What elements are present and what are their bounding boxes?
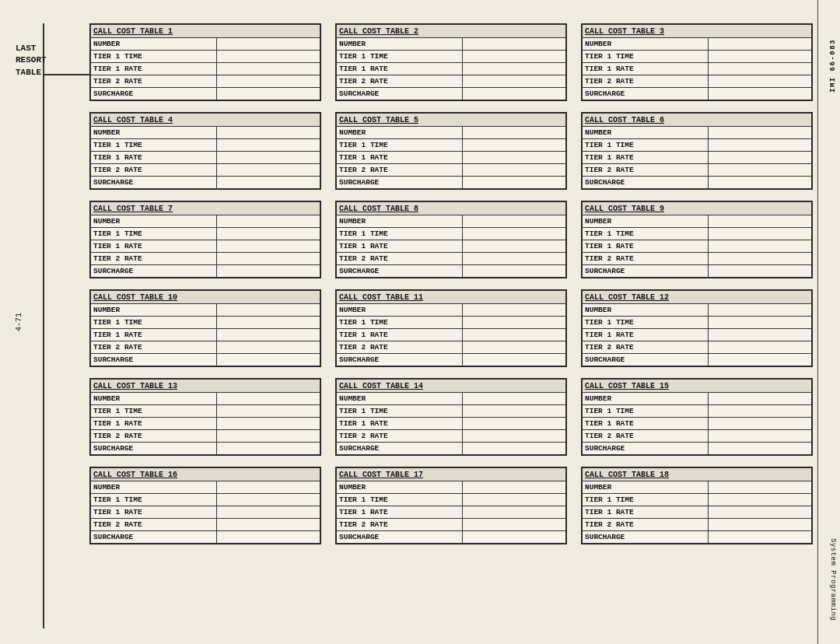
table-row-value xyxy=(709,88,812,100)
table-row-label: TIER 1 RATE xyxy=(583,329,709,341)
table-row-value xyxy=(217,228,320,240)
table-row-label: NUMBER xyxy=(91,215,217,228)
table-row-label: SURCHARGE xyxy=(337,531,463,544)
table-row-label: TIER 1 RATE xyxy=(91,506,217,519)
table-row-value xyxy=(217,354,320,366)
table-row: TIER 1 TIME xyxy=(337,139,566,152)
table-row-value xyxy=(463,494,566,506)
table-row-value xyxy=(217,519,320,531)
table-row-label: TIER 1 RATE xyxy=(91,63,217,75)
table-row: TIER 2 RATE xyxy=(583,164,812,177)
table-row: TIER 2 RATE xyxy=(583,519,812,531)
table-row-label: NUMBER xyxy=(91,304,217,317)
table-row-value xyxy=(217,240,320,253)
table-row-value xyxy=(709,418,812,430)
table-row: TIER 1 TIME xyxy=(91,494,320,506)
table-row-label: NUMBER xyxy=(583,393,709,405)
table-title-10: CALL COST TABLE 10 xyxy=(91,291,320,304)
table-row-value xyxy=(463,88,566,100)
table-row-value xyxy=(709,240,812,253)
table-title-9: CALL COST TABLE 9 xyxy=(583,202,812,215)
table-row-label: TIER 1 TIME xyxy=(337,51,463,63)
table-row-value xyxy=(463,304,566,317)
table-row-value xyxy=(709,63,812,75)
table-title-11: CALL COST TABLE 11 xyxy=(337,291,566,304)
table-row-value xyxy=(463,228,566,240)
table-row-label: SURCHARGE xyxy=(337,354,463,366)
table-row-label: TIER 2 RATE xyxy=(337,253,463,265)
table-row: NUMBER xyxy=(91,38,320,51)
table-row: TIER 1 RATE xyxy=(91,240,320,253)
table-row-value xyxy=(217,341,320,354)
cost-table-2: CALL COST TABLE 2NUMBERTIER 1 TIMETIER 1… xyxy=(335,23,567,101)
table-row-value xyxy=(709,341,812,354)
table-row-label: TIER 2 RATE xyxy=(91,75,217,88)
table-row-value xyxy=(463,405,566,418)
table-row-value xyxy=(709,38,812,51)
table-row: TIER 1 RATE xyxy=(91,329,320,341)
table-row: NUMBER xyxy=(91,127,320,139)
table-title-15: CALL COST TABLE 15 xyxy=(583,380,812,393)
table-row-label: NUMBER xyxy=(583,481,709,494)
table-row-label: TIER 2 RATE xyxy=(91,519,217,531)
table-row-value xyxy=(709,317,812,329)
table-row: TIER 2 RATE xyxy=(583,341,812,354)
table-row: TIER 1 RATE xyxy=(91,63,320,75)
table-row-value xyxy=(463,265,566,278)
last-resort-label: LAST RESORT TABLE xyxy=(16,43,78,79)
table-row-label: TIER 1 TIME xyxy=(583,317,709,329)
table-title-18: CALL COST TABLE 18 xyxy=(583,468,812,481)
table-row-value xyxy=(709,215,812,228)
table-row: SURCHARGE xyxy=(91,88,320,100)
table-row-value xyxy=(709,127,812,139)
table-row: NUMBER xyxy=(583,127,812,139)
table-row: SURCHARGE xyxy=(337,443,566,455)
table-row: NUMBER xyxy=(91,481,320,494)
last-label-line1: LAST xyxy=(16,43,78,54)
cost-table-13: CALL COST TABLE 13NUMBERTIER 1 TIMETIER … xyxy=(89,378,321,456)
cost-table-18: CALL COST TABLE 18NUMBERTIER 1 TIMETIER … xyxy=(581,467,813,544)
table-row: SURCHARGE xyxy=(583,531,812,544)
table-row-value xyxy=(709,506,812,519)
table-row-label: NUMBER xyxy=(337,38,463,51)
cost-table-6: CALL COST TABLE 6NUMBERTIER 1 TIMETIER 1… xyxy=(581,112,813,190)
table-row: SURCHARGE xyxy=(583,88,812,100)
table-row-label: TIER 1 TIME xyxy=(91,317,217,329)
table-row-value xyxy=(217,253,320,265)
table-row-label: TIER 2 RATE xyxy=(583,341,709,354)
table-row-label: SURCHARGE xyxy=(583,265,709,278)
table-row: TIER 2 RATE xyxy=(337,341,566,354)
table-row-value xyxy=(463,317,566,329)
table-row: TIER 2 RATE xyxy=(337,75,566,88)
table-row-label: SURCHARGE xyxy=(91,265,217,278)
table-row-value xyxy=(217,75,320,88)
table-row-label: SURCHARGE xyxy=(91,177,217,189)
table-row: NUMBER xyxy=(583,304,812,317)
table-row: NUMBER xyxy=(91,304,320,317)
table-row-value xyxy=(709,265,812,278)
table-row-label: TIER 1 RATE xyxy=(583,63,709,75)
table-row-label: TIER 2 RATE xyxy=(583,253,709,265)
table-row-label: TIER 2 RATE xyxy=(583,519,709,531)
table-row-value xyxy=(463,215,566,228)
table-row: TIER 1 RATE xyxy=(337,240,566,253)
table-row-value xyxy=(217,139,320,152)
page-number-left: 4-71 xyxy=(15,313,23,331)
table-row-value xyxy=(463,38,566,51)
table-row: NUMBER xyxy=(337,215,566,228)
table-row-value xyxy=(709,494,812,506)
system-programming-label: System Programming xyxy=(829,538,837,621)
table-row: SURCHARGE xyxy=(337,88,566,100)
main-content: CALL COST TABLE 1NUMBERTIER 1 TIMETIER 1… xyxy=(89,23,813,628)
imi-label: IMI 66-083 xyxy=(829,39,837,93)
table-row-value xyxy=(463,240,566,253)
table-row: TIER 2 RATE xyxy=(337,430,566,443)
table-title-1: CALL COST TABLE 1 xyxy=(91,25,320,38)
table-row-label: TIER 1 TIME xyxy=(583,494,709,506)
table-row-label: NUMBER xyxy=(337,393,463,405)
table-row: SURCHARGE xyxy=(583,177,812,189)
table-row-label: SURCHARGE xyxy=(91,354,217,366)
table-row-label: TIER 1 TIME xyxy=(337,317,463,329)
table-row-value xyxy=(217,405,320,418)
last-label-line2: RESORT xyxy=(16,54,78,66)
